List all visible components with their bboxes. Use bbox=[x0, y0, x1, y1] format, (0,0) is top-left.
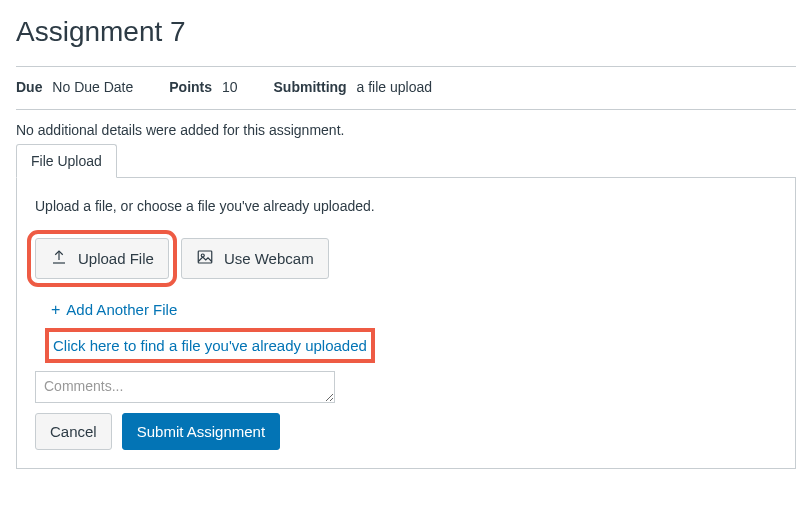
action-row: Cancel Submit Assignment bbox=[35, 413, 777, 450]
points-block: Points 10 bbox=[169, 79, 237, 95]
details-text: No additional details were added for thi… bbox=[16, 122, 796, 138]
comments-input[interactable] bbox=[35, 371, 335, 403]
upload-panel: Upload a file, or choose a file you've a… bbox=[16, 177, 796, 469]
tab-file-upload[interactable]: File Upload bbox=[16, 144, 117, 178]
plus-icon: + bbox=[51, 302, 60, 318]
submitting-value: a file upload bbox=[357, 79, 433, 95]
due-label: Due bbox=[16, 79, 42, 95]
submitting-block: Submitting a file upload bbox=[274, 79, 433, 95]
add-another-label: Add Another File bbox=[66, 301, 177, 318]
image-icon bbox=[196, 248, 214, 269]
points-value: 10 bbox=[222, 79, 238, 95]
assignment-meta: Due No Due Date Points 10 Submitting a f… bbox=[16, 79, 796, 109]
points-label: Points bbox=[169, 79, 212, 95]
due-value: No Due Date bbox=[52, 79, 133, 95]
tab-area: File Upload Upload a file, or choose a f… bbox=[16, 144, 796, 469]
use-webcam-label: Use Webcam bbox=[224, 250, 314, 267]
submit-assignment-button[interactable]: Submit Assignment bbox=[122, 413, 280, 450]
page-title: Assignment 7 bbox=[16, 16, 796, 48]
cancel-button[interactable]: Cancel bbox=[35, 413, 112, 450]
add-another-file-link[interactable]: + Add Another File bbox=[35, 301, 777, 318]
submitting-label: Submitting bbox=[274, 79, 347, 95]
divider bbox=[16, 109, 796, 110]
svg-rect-0 bbox=[198, 251, 212, 263]
due-block: Due No Due Date bbox=[16, 79, 133, 95]
use-webcam-button[interactable]: Use Webcam bbox=[181, 238, 329, 279]
upload-file-button[interactable]: Upload File bbox=[35, 238, 169, 279]
find-uploaded-file-link[interactable]: Click here to find a file you've already… bbox=[51, 334, 369, 357]
upload-hint: Upload a file, or choose a file you've a… bbox=[35, 198, 777, 214]
upload-icon bbox=[50, 248, 68, 269]
divider bbox=[16, 66, 796, 67]
upload-file-label: Upload File bbox=[78, 250, 154, 267]
button-row: Upload File Use Webcam bbox=[35, 238, 777, 279]
